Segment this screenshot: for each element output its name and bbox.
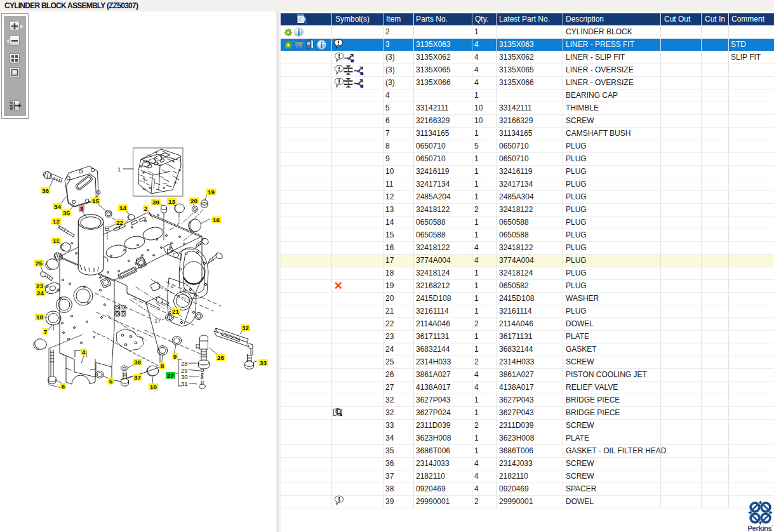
svg-text:2: 2 <box>144 205 148 212</box>
svg-text:13: 13 <box>168 198 175 205</box>
svg-text:14: 14 <box>119 204 126 211</box>
svg-text:21: 21 <box>172 308 179 315</box>
svg-text:18: 18 <box>36 314 43 321</box>
svg-text:38: 38 <box>134 359 141 366</box>
svg-text:20: 20 <box>190 197 197 204</box>
svg-text:Perkins: Perkins <box>747 524 771 532</box>
svg-text:30: 30 <box>181 373 188 380</box>
svg-text:25: 25 <box>36 260 43 267</box>
svg-text:24: 24 <box>37 289 44 296</box>
svg-text:34: 34 <box>54 203 61 210</box>
svg-text:10: 10 <box>150 383 157 390</box>
svg-text:37: 37 <box>134 374 141 381</box>
svg-text:22: 22 <box>116 219 123 226</box>
svg-text:17: 17 <box>154 317 161 324</box>
svg-text:28: 28 <box>181 360 188 367</box>
svg-text:27: 27 <box>167 372 174 379</box>
svg-text:7: 7 <box>44 328 48 335</box>
svg-text:35: 35 <box>63 209 70 216</box>
svg-text:4: 4 <box>82 349 86 356</box>
svg-text:15: 15 <box>92 197 99 204</box>
svg-text:3: 3 <box>80 205 84 212</box>
svg-text:11: 11 <box>53 237 60 244</box>
svg-text:23: 23 <box>36 283 43 289</box>
svg-text:19: 19 <box>208 189 215 196</box>
svg-text:6: 6 <box>62 383 65 390</box>
svg-text:1: 1 <box>117 166 121 173</box>
svg-text:31: 31 <box>181 380 188 387</box>
svg-text:33: 33 <box>260 359 267 366</box>
svg-text:26: 26 <box>217 354 224 361</box>
svg-text:9: 9 <box>173 353 177 360</box>
svg-text:39: 39 <box>152 199 159 206</box>
svg-text:16: 16 <box>213 216 220 223</box>
svg-text:5: 5 <box>109 378 113 385</box>
svg-text:32: 32 <box>242 324 249 331</box>
svg-text:8: 8 <box>161 362 164 369</box>
svg-text:12: 12 <box>53 218 60 225</box>
svg-text:®: ® <box>772 524 773 528</box>
svg-text:36: 36 <box>42 187 49 194</box>
